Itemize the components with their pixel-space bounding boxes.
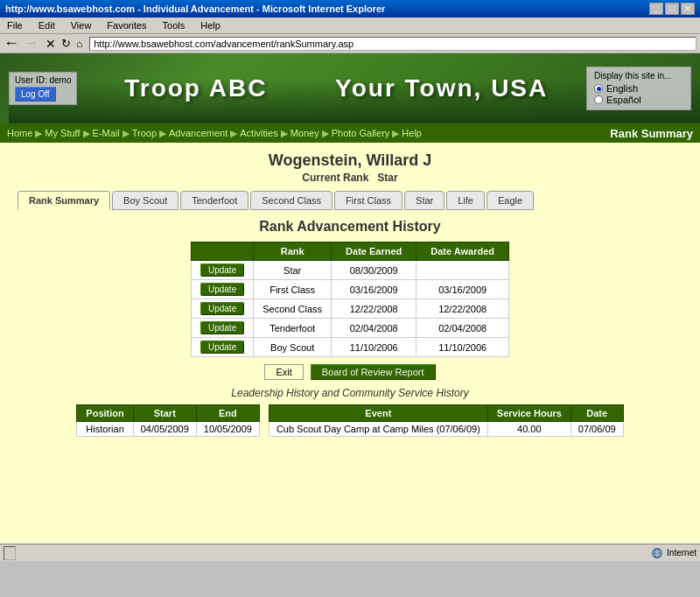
service-date: 07/06/09 — [570, 422, 623, 437]
rank-firstclass: First Class — [254, 280, 332, 299]
earned-star: 08/30/2009 — [332, 261, 416, 280]
rank-boyscout: Boy Scout — [254, 338, 332, 357]
nav-activities[interactable]: Activities — [240, 128, 277, 138]
position-historian: Historian — [77, 422, 133, 437]
espanol-radio[interactable] — [594, 95, 603, 104]
english-option[interactable]: English — [594, 83, 683, 94]
table-row: Update Star 08/30/2009 — [191, 261, 508, 280]
col-service-hours: Service Hours — [487, 405, 570, 422]
rank-star: Star — [254, 261, 332, 280]
refresh-button[interactable]: ↻ — [61, 37, 71, 50]
tab-rank-summary[interactable]: Rank Summary — [18, 191, 110, 210]
site-header: User ID: demo Log Off Troop ABC Your Tow… — [0, 53, 700, 123]
nav-help[interactable]: Help — [402, 128, 422, 138]
window-title: http://www.bsawebhost.com - Individual A… — [5, 4, 385, 14]
awarded-secondclass: 12/22/2008 — [416, 299, 509, 319]
nav-links: Home ▶ My Stuff ▶ E-Mail ▶ Troop ▶ Advan… — [7, 128, 422, 139]
lang-title: Display this site in... — [594, 71, 683, 81]
menu-tools[interactable]: Tools — [159, 19, 189, 32]
menu-file[interactable]: File — [4, 19, 26, 32]
tab-tenderfoot[interactable]: Tenderfoot — [180, 191, 248, 210]
window-controls[interactable]: _ □ ✕ — [649, 3, 695, 15]
col-date-awarded: Date Awarded — [416, 242, 509, 261]
rank-secondclass: Second Class — [254, 299, 332, 319]
rank-tenderfoot: Tenderfoot — [254, 319, 332, 338]
tab-life[interactable]: Life — [446, 191, 485, 210]
exit-button[interactable]: Exit — [264, 364, 303, 380]
internet-label: Internet — [667, 548, 696, 558]
forward-button[interactable]: → — [23, 34, 38, 53]
table-row: Update Boy Scout 11/10/2006 11/10/2006 — [191, 338, 508, 357]
menu-help[interactable]: Help — [197, 19, 224, 32]
menu-favorites[interactable]: Favorites — [103, 19, 150, 32]
leadership-section: Position Start End Historian 04/05/2009 … — [18, 404, 682, 437]
service-hours: 40.00 — [487, 422, 570, 437]
update-firstclass-button[interactable]: Update — [200, 283, 244, 296]
back-button[interactable]: ← — [4, 34, 19, 53]
status-text — [4, 546, 16, 560]
userid-label: User ID: — [15, 75, 47, 85]
internet-icon — [651, 547, 663, 559]
earned-firstclass: 03/16/2009 — [332, 280, 416, 299]
nav-photogallery[interactable]: Photo Gallery — [332, 128, 390, 138]
col-rank: Rank — [254, 242, 332, 261]
page-content: Wogenstein, Willard J Current Rank Star … — [0, 143, 700, 446]
close-button[interactable]: ✕ — [681, 3, 695, 15]
col-date-earned: Date Earned — [332, 242, 416, 261]
menu-bar: File Edit View Favorites Tools Help — [0, 18, 700, 34]
language-box: Display this site in... English Español — [586, 67, 691, 110]
rank-tabs: Rank Summary Boy Scout Tenderfoot Second… — [18, 191, 682, 210]
maximize-button[interactable]: □ — [665, 3, 679, 15]
browser-content: User ID: demo Log Off Troop ABC Your Tow… — [0, 53, 700, 561]
tab-second-class[interactable]: Second Class — [250, 191, 332, 210]
table-row: Update First Class 03/16/2009 03/16/2009 — [191, 280, 508, 299]
earned-secondclass: 12/22/2008 — [332, 299, 416, 319]
nav-mystuff[interactable]: My Stuff — [45, 128, 80, 138]
event-name: Cub Scout Day Camp at Camp Miles (07/06/… — [269, 422, 487, 437]
table-row: Cub Scout Day Camp at Camp Miles (07/06/… — [269, 422, 623, 437]
nav-money[interactable]: Money — [290, 128, 319, 138]
nav-bar: Home ▶ My Stuff ▶ E-Mail ▶ Troop ▶ Advan… — [0, 123, 700, 143]
update-secondclass-button[interactable]: Update — [200, 302, 244, 315]
stop-button[interactable]: ✕ — [46, 37, 56, 51]
tab-eagle[interactable]: Eagle — [486, 191, 534, 210]
update-boyscout-button[interactable]: Update — [200, 341, 244, 354]
status-internet: Internet — [651, 547, 696, 559]
table-row: Historian 04/05/2009 10/05/2009 — [77, 422, 260, 437]
leadership-title: Leadership History and Community Service… — [18, 387, 682, 399]
home-button[interactable]: ⌂ — [76, 38, 82, 50]
minimize-button[interactable]: _ — [649, 3, 663, 15]
tab-boy-scout[interactable]: Boy Scout — [112, 191, 178, 210]
header-title: Troop ABC Your Town, USA — [86, 74, 586, 102]
awarded-firstclass: 03/16/2009 — [416, 280, 509, 299]
col-position: Position — [77, 405, 133, 422]
end-historian: 10/05/2009 — [196, 422, 259, 437]
tab-first-class[interactable]: First Class — [334, 191, 402, 210]
board-report-button[interactable]: Board of Review Report — [311, 364, 436, 380]
update-star-button[interactable]: Update — [200, 263, 244, 277]
nav-troop[interactable]: Troop — [132, 128, 157, 138]
menu-edit[interactable]: Edit — [35, 19, 59, 32]
nav-advancement[interactable]: Advancement — [169, 128, 228, 138]
col-start: Start — [133, 405, 196, 422]
logoff-button[interactable]: Log Off — [15, 87, 56, 102]
leadership-table: Position Start End Historian 04/05/2009 … — [76, 404, 260, 437]
espanol-option[interactable]: Español — [594, 95, 683, 105]
status-bar: Internet — [0, 544, 700, 561]
earned-tenderfoot: 02/04/2008 — [332, 319, 416, 338]
address-bar[interactable] — [89, 37, 696, 51]
nav-page-title: Rank Summary — [610, 127, 693, 140]
current-rank: Current Rank Star — [18, 172, 682, 184]
col-end: End — [196, 405, 259, 422]
english-radio[interactable] — [594, 84, 603, 93]
userid-box: User ID: demo Log Off — [9, 72, 77, 105]
awarded-boyscout: 11/10/2006 — [416, 338, 509, 357]
col-date: Date — [570, 405, 623, 422]
nav-home[interactable]: Home — [7, 128, 32, 138]
awarded-star — [416, 261, 509, 280]
tab-star[interactable]: Star — [404, 191, 444, 210]
community-table: Event Service Hours Date Cub Scout Day C… — [269, 404, 624, 437]
update-tenderfoot-button[interactable]: Update — [200, 321, 244, 334]
nav-email[interactable]: E-Mail — [93, 128, 120, 138]
menu-view[interactable]: View — [67, 19, 95, 32]
